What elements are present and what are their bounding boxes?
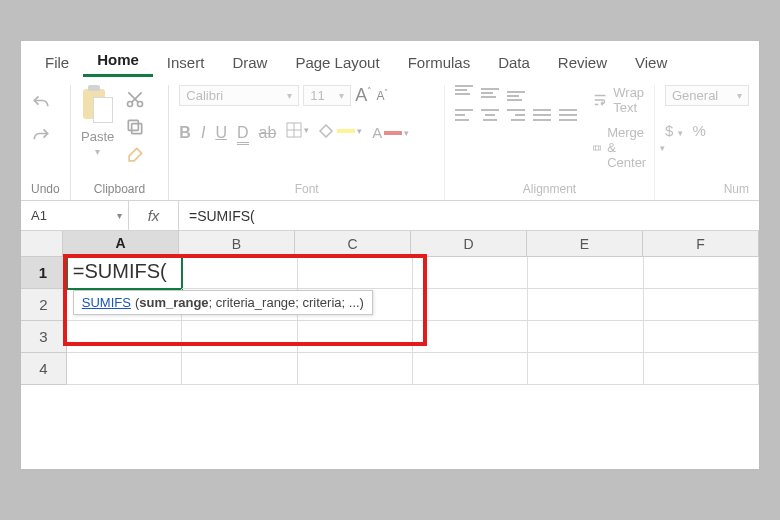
undo-icon[interactable]: [31, 93, 51, 116]
tab-draw[interactable]: Draw: [218, 48, 281, 77]
cell-a1-value: =SUMIFS(: [73, 260, 167, 283]
cell-a4[interactable]: [67, 353, 182, 385]
function-tooltip: SUMIFS(sum_range; criteria_range; criter…: [73, 290, 373, 315]
col-header-a[interactable]: A: [63, 231, 179, 257]
currency-button[interactable]: $ ▾: [665, 122, 683, 139]
font-size-value: 11: [310, 88, 324, 103]
cell-b3[interactable]: [182, 321, 297, 353]
function-tooltip-arg-active: sum_range: [139, 295, 208, 310]
number-format-combo[interactable]: General▾: [665, 85, 749, 106]
copy-icon[interactable]: [125, 117, 145, 137]
cell-b4[interactable]: [182, 353, 297, 385]
tab-formulas[interactable]: Formulas: [394, 48, 485, 77]
fill-color-button[interactable]: ▾: [319, 124, 362, 138]
borders-button[interactable]: ▾: [286, 122, 309, 138]
percent-button[interactable]: %: [693, 122, 706, 139]
group-alignment: Wrap Text Merge & Center ▾ Alignment: [445, 85, 655, 200]
chevron-down-icon: ▾: [117, 210, 122, 221]
group-undo: Undo: [21, 85, 71, 200]
select-all-corner[interactable]: [21, 231, 63, 257]
row-header-3[interactable]: 3: [21, 321, 67, 353]
formula-bar-row: A1 ▾ fx =SUMIFS(: [21, 201, 759, 231]
strikethrough-button[interactable]: ab: [259, 124, 277, 142]
row-header-1[interactable]: 1: [21, 257, 67, 289]
tab-review[interactable]: Review: [544, 48, 621, 77]
align-middle-icon[interactable]: [481, 85, 499, 99]
format-painter-icon[interactable]: [125, 145, 145, 165]
group-number-label: Num: [665, 182, 749, 196]
cell-e4[interactable]: [528, 353, 643, 385]
increase-font-icon[interactable]: A˄: [355, 85, 372, 106]
paste-button[interactable]: Paste ▾: [81, 85, 115, 157]
tab-insert[interactable]: Insert: [153, 48, 219, 77]
align-bottom-icon[interactable]: [507, 85, 525, 99]
font-name-combo[interactable]: Calibri▾: [179, 85, 299, 106]
col-header-f[interactable]: F: [643, 231, 759, 257]
col-header-e[interactable]: E: [527, 231, 643, 257]
function-tooltip-link[interactable]: SUMIFS: [82, 295, 131, 310]
svg-rect-7: [594, 145, 601, 149]
align-center-icon[interactable]: [481, 109, 499, 123]
cell-f3[interactable]: [644, 321, 759, 353]
group-undo-label: Undo: [31, 182, 60, 196]
cell-d2[interactable]: [413, 289, 528, 321]
col-header-c[interactable]: C: [295, 231, 411, 257]
merge-center-label: Merge & Center: [607, 125, 654, 170]
tab-data[interactable]: Data: [484, 48, 544, 77]
paste-label: Paste: [81, 129, 114, 144]
cell-d3[interactable]: [413, 321, 528, 353]
cell-b1[interactable]: [182, 257, 297, 289]
cell-c4[interactable]: [298, 353, 413, 385]
spreadsheet-grid: A B C D E F 1 =SUMIFS( SUMIFS(sum_range;…: [21, 231, 759, 385]
col-header-d[interactable]: D: [411, 231, 527, 257]
ribbon-body: Undo Paste ▾: [21, 77, 759, 201]
cell-e3[interactable]: [528, 321, 643, 353]
group-alignment-label: Alignment: [455, 182, 644, 196]
row-header-4[interactable]: 4: [21, 353, 67, 385]
tab-view[interactable]: View: [621, 48, 681, 77]
cell-e2[interactable]: [528, 289, 643, 321]
cell-f2[interactable]: [644, 289, 759, 321]
cell-f4[interactable]: [644, 353, 759, 385]
font-size-combo[interactable]: 11▾: [303, 85, 351, 106]
bold-button[interactable]: B: [179, 124, 191, 142]
cut-icon[interactable]: [125, 89, 145, 109]
row-header-2[interactable]: 2: [21, 289, 67, 321]
underline-button[interactable]: U: [215, 124, 227, 142]
cell-c1[interactable]: [298, 257, 413, 289]
paste-icon: [81, 87, 115, 127]
fx-icon[interactable]: fx: [129, 201, 179, 230]
formula-bar-value: =SUMIFS(: [189, 208, 255, 224]
cell-e1[interactable]: [528, 257, 643, 289]
decrease-font-icon[interactable]: A˅: [376, 88, 388, 103]
align-left-icon[interactable]: [455, 109, 473, 123]
col-header-b[interactable]: B: [179, 231, 295, 257]
cell-d1[interactable]: [413, 257, 528, 289]
tab-file[interactable]: File: [31, 48, 83, 77]
group-number: General▾ $ ▾ % Num: [655, 85, 759, 200]
align-right-icon[interactable]: [507, 109, 525, 123]
cell-a3[interactable]: [67, 321, 182, 353]
align-top-icon[interactable]: [455, 85, 473, 99]
increase-indent-icon[interactable]: [559, 109, 577, 123]
group-font-label: Font: [179, 182, 434, 196]
tab-page-layout[interactable]: Page Layout: [281, 48, 393, 77]
cell-d4[interactable]: [413, 353, 528, 385]
group-clipboard-label: Clipboard: [81, 182, 159, 196]
cell-f1[interactable]: [644, 257, 759, 289]
excel-window: File Home Insert Draw Page Layout Formul…: [20, 40, 760, 470]
double-underline-button[interactable]: D: [237, 124, 249, 145]
redo-icon[interactable]: [31, 126, 51, 149]
cell-c3[interactable]: [298, 321, 413, 353]
font-color-button[interactable]: A▾: [372, 124, 409, 141]
ribbon-tabs: File Home Insert Draw Page Layout Formul…: [21, 41, 759, 77]
decrease-indent-icon[interactable]: [533, 109, 551, 123]
name-box[interactable]: A1 ▾: [21, 201, 129, 230]
svg-rect-3: [128, 120, 138, 130]
tab-home[interactable]: Home: [83, 45, 153, 77]
column-headers: A B C D E F: [63, 231, 759, 257]
svg-rect-2: [131, 124, 141, 134]
formula-bar-input[interactable]: =SUMIFS(: [179, 208, 759, 224]
italic-button[interactable]: I: [201, 124, 205, 142]
cell-a1[interactable]: =SUMIFS( SUMIFS(sum_range; criteria_rang…: [67, 257, 182, 289]
